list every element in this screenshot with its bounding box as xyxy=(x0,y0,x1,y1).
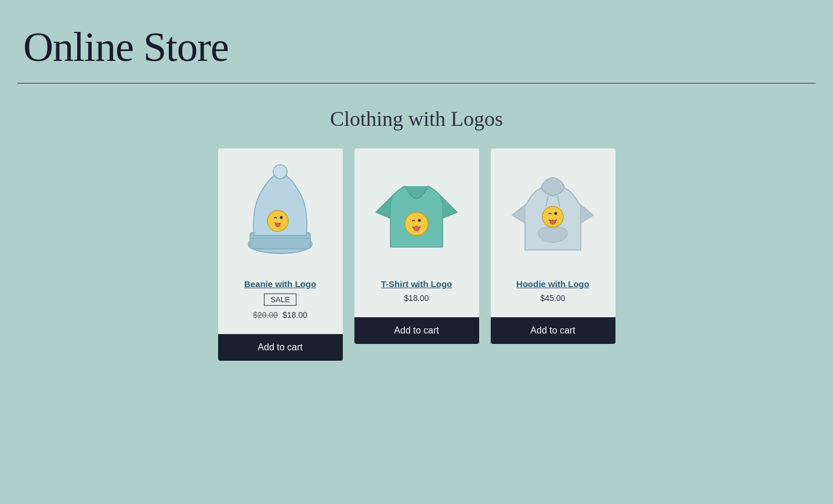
beanie-price-original: $20.00 xyxy=(253,310,278,320)
hoodie-price-container: $45.00 xyxy=(541,293,566,303)
store-content: Clothing with Logos xyxy=(0,84,833,384)
product-card-beanie: Beanie with Logo SALE $20.00 $18.00 Add … xyxy=(218,148,343,361)
product-card-hoodie: Hoodie with Logo $45.00 Add to cart xyxy=(491,148,615,344)
svg-point-13 xyxy=(555,212,557,215)
svg-point-14 xyxy=(550,220,556,224)
svg-point-3 xyxy=(273,165,287,179)
tshirt-add-to-cart-button[interactable]: Add to cart xyxy=(354,317,479,344)
beanie-add-to-cart-button[interactable]: Add to cart xyxy=(218,334,343,361)
svg-point-6 xyxy=(276,223,280,227)
beanie-product-info: Beanie with Logo SALE $20.00 $18.00 xyxy=(218,270,343,331)
beanie-price-current: $18.00 xyxy=(283,310,307,320)
svg-point-4 xyxy=(267,211,288,231)
tshirt-product-info: T-Shirt with Logo $18.00 xyxy=(354,270,479,314)
tshirt-illustration xyxy=(370,160,463,259)
tshirt-product-name[interactable]: T-Shirt with Logo xyxy=(381,279,452,289)
hoodie-product-info: Hoodie with Logo $45.00 xyxy=(491,270,615,314)
beanie-illustration xyxy=(234,160,327,259)
svg-point-8 xyxy=(418,219,421,222)
beanie-price-container: $20.00 $18.00 xyxy=(253,310,307,320)
svg-point-5 xyxy=(280,216,283,219)
svg-point-9 xyxy=(414,226,419,231)
product-image-beanie xyxy=(218,148,343,270)
page-title: Online Store xyxy=(0,0,833,83)
product-image-hoodie xyxy=(491,148,615,270)
beanie-sale-badge: SALE xyxy=(264,293,296,306)
tshirt-price-container: $18.00 xyxy=(404,293,429,303)
beanie-product-name[interactable]: Beanie with Logo xyxy=(244,279,316,289)
product-image-tshirt xyxy=(354,148,479,270)
tshirt-price: $18.00 xyxy=(404,293,429,303)
product-card-tshirt: T-Shirt with Logo $18.00 Add to cart xyxy=(354,148,479,344)
hoodie-add-to-cart-button[interactable]: Add to cart xyxy=(491,317,615,344)
category-title: Clothing with Logos xyxy=(330,107,503,131)
hoodie-product-name[interactable]: Hoodie with Logo xyxy=(516,279,589,289)
svg-point-7 xyxy=(405,212,428,235)
products-grid: Beanie with Logo SALE $20.00 $18.00 Add … xyxy=(218,148,615,361)
hoodie-price: $45.00 xyxy=(541,293,566,303)
hoodie-illustration xyxy=(506,160,599,259)
